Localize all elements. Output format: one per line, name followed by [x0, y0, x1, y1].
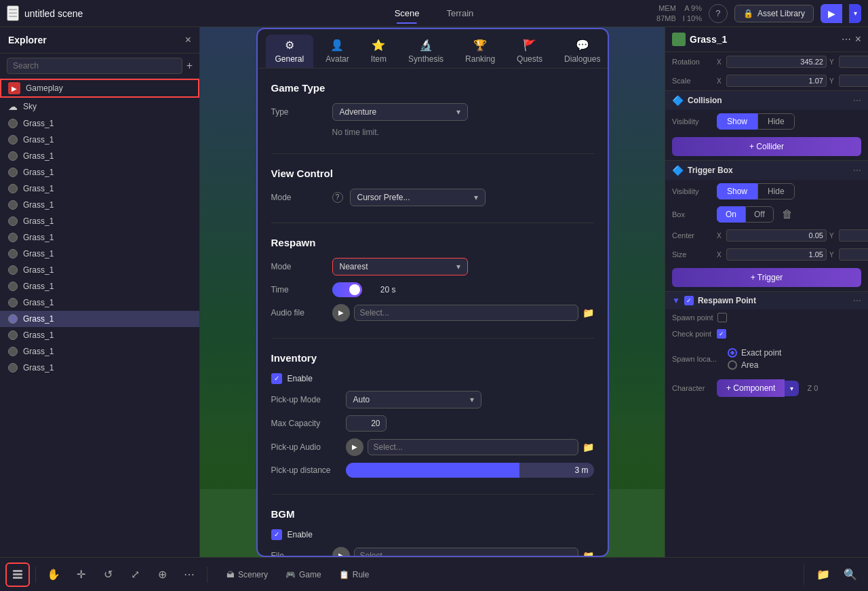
bgm-play-button[interactable]: ▶ [332, 547, 350, 556]
area-option[interactable]: Area [728, 360, 781, 370]
list-item[interactable]: Grass_1 [0, 262, 199, 278]
help-icon[interactable]: ? [332, 192, 343, 203]
delete-box-button[interactable]: 🗑 [778, 207, 797, 222]
max-capacity-input[interactable] [346, 415, 387, 432]
rotation-x-input[interactable] [726, 56, 827, 68]
tab-item[interactable]: ⭐ Item [361, 35, 396, 68]
tab-dialogues[interactable]: 💬 Dialogues [555, 35, 608, 68]
exact-point-option[interactable]: Exact point [728, 348, 781, 358]
list-item[interactable]: Grass_1 [0, 229, 199, 246]
off-button[interactable]: Off [745, 206, 774, 223]
on-button[interactable]: On [717, 206, 745, 223]
hand-tool-button[interactable]: ✋ [41, 563, 66, 587]
rotation-y-input[interactable] [839, 56, 868, 68]
asset-library-button[interactable]: 🔒 Asset Library [734, 5, 814, 22]
list-item[interactable]: Grass_1 [0, 115, 199, 132]
exact-point-radio[interactable] [728, 348, 737, 358]
tab-synthesis[interactable]: 🔬 Synthesis [399, 35, 453, 68]
close-panel-button[interactable]: × [855, 33, 861, 45]
respawn-point-checkbox[interactable]: ✓ [684, 296, 694, 305]
stack-icon[interactable] [5, 563, 30, 587]
trigger-more-icon[interactable]: ⋯ [853, 166, 861, 175]
folder-tool-button[interactable]: 📁 [811, 563, 835, 587]
center-y-input[interactable] [839, 229, 868, 242]
tab-ranking[interactable]: 🏆 Ranking [456, 35, 505, 68]
center-x-input[interactable] [726, 229, 827, 242]
play-dropdown-button[interactable]: ▾ [849, 4, 861, 23]
show-button[interactable]: Show [717, 113, 757, 130]
move-tool-button[interactable]: ✛ [68, 563, 93, 587]
tab-general[interactable]: ⚙ General [266, 35, 314, 68]
scale-tool-button[interactable]: ⤢ [123, 563, 147, 587]
more-tools-button[interactable]: ⋯ [177, 563, 201, 587]
trigger-box-section-header[interactable]: 🔷 Trigger Box ⋯ [665, 160, 868, 180]
play-audio-button[interactable]: ▶ [332, 304, 350, 322]
bottom-tab-scenery[interactable]: 🏔 Scenery [218, 566, 276, 584]
pickup-audio-play-button[interactable]: ▶ [346, 438, 363, 456]
add-collider-button[interactable]: + Collider [672, 137, 861, 156]
add-item-button[interactable]: + [186, 60, 193, 72]
bottom-tab-rule[interactable]: 📋 Rule [331, 566, 378, 584]
spawn-point-checkbox[interactable] [717, 313, 727, 322]
bgm-enable-checkbox[interactable]: ✓ [271, 529, 282, 540]
list-item[interactable]: Grass_1 [0, 246, 199, 262]
search-tool-button[interactable]: 🔍 [838, 563, 863, 587]
respawn-mode-dropdown[interactable]: Nearest ▾ [332, 258, 468, 275]
tab-terrain[interactable]: Terrain [433, 3, 488, 24]
close-sidebar-button[interactable]: × [185, 34, 191, 46]
pickup-folder-icon[interactable]: 📁 [583, 442, 594, 453]
transform-tool-button[interactable]: ⊕ [150, 563, 174, 587]
add-trigger-button[interactable]: + Trigger [672, 268, 861, 287]
list-item[interactable]: Grass_1 [0, 327, 199, 343]
canvas-area[interactable]: ⚙ General 👤 Avatar ⭐ Item 🔬 Synthesis [200, 27, 665, 557]
sidebar-item-gameplay[interactable]: ▶ Gameplay [0, 79, 199, 98]
scale-y-input[interactable] [839, 75, 868, 87]
hide-button[interactable]: Hide [757, 113, 795, 130]
play-button[interactable]: ▶ [821, 4, 842, 23]
panel-menu-button[interactable]: ⋯ [842, 34, 851, 45]
collision-more-icon[interactable]: ⋯ [853, 96, 861, 105]
trigger-hide-button[interactable]: Hide [757, 183, 795, 199]
respawn-time-toggle[interactable] [332, 282, 362, 297]
audio-select-field[interactable]: Select... [354, 305, 578, 321]
list-item[interactable]: Grass_1 [0, 164, 199, 180]
check-point-checkbox[interactable]: ✓ [717, 329, 726, 339]
list-item[interactable]: Grass_1 [0, 278, 199, 294]
type-dropdown[interactable]: Adventure ▾ [332, 103, 468, 121]
sidebar-item-active[interactable]: Grass_1 [0, 311, 199, 327]
size-x-input[interactable] [726, 248, 827, 261]
component-dropdown-button[interactable]: ▾ [785, 381, 799, 396]
pickup-mode-dropdown[interactable]: Auto ▾ [346, 391, 481, 408]
list-item[interactable]: Grass_1 [0, 132, 199, 148]
folder-icon[interactable]: 📁 [583, 307, 594, 318]
tab-avatar[interactable]: 👤 Avatar [316, 35, 358, 68]
pickup-distance-slider[interactable]: 3 m [346, 463, 594, 478]
list-item[interactable]: Grass_1 [0, 197, 199, 213]
list-item[interactable]: Grass_1 [0, 360, 199, 376]
menu-icon[interactable]: ☰ [7, 5, 19, 21]
help-button[interactable]: ? [709, 4, 728, 23]
area-radio[interactable] [728, 360, 737, 370]
list-item[interactable]: Grass_1 [0, 148, 199, 164]
respawn-point-section-header[interactable]: ▼ ✓ Respawn Point ⋯ [665, 291, 868, 309]
component-button[interactable]: + Component [717, 379, 785, 397]
inventory-enable-checkbox[interactable]: ✓ [271, 373, 282, 384]
rotate-tool-button[interactable]: ↺ [96, 563, 120, 587]
size-y-input[interactable] [839, 248, 868, 261]
pickup-audio-select[interactable]: Select... [368, 439, 578, 455]
respawn-more-icon[interactable]: ⋯ [853, 296, 861, 305]
scale-x-input[interactable] [726, 75, 827, 87]
sidebar-item-sky[interactable]: ☁ Sky [0, 98, 199, 115]
list-item[interactable]: Grass_1 [0, 213, 199, 229]
list-item[interactable]: Grass_1 [0, 294, 199, 311]
collision-section-header[interactable]: 🔷 Collision ⋯ [665, 90, 868, 110]
tab-scene[interactable]: Scene [381, 3, 433, 24]
tab-quests[interactable]: 🚩 Quests [507, 35, 552, 68]
search-input[interactable] [7, 58, 182, 74]
bottom-tab-game[interactable]: 🎮 Game [277, 566, 330, 584]
trigger-show-button[interactable]: Show [717, 183, 757, 199]
list-item[interactable]: Grass_1 [0, 180, 199, 197]
list-item[interactable]: Grass_1 [0, 343, 199, 360]
view-mode-dropdown[interactable]: Cursor Prefe... ▾ [350, 189, 486, 206]
bgm-folder-icon[interactable]: 📁 [583, 550, 594, 556]
